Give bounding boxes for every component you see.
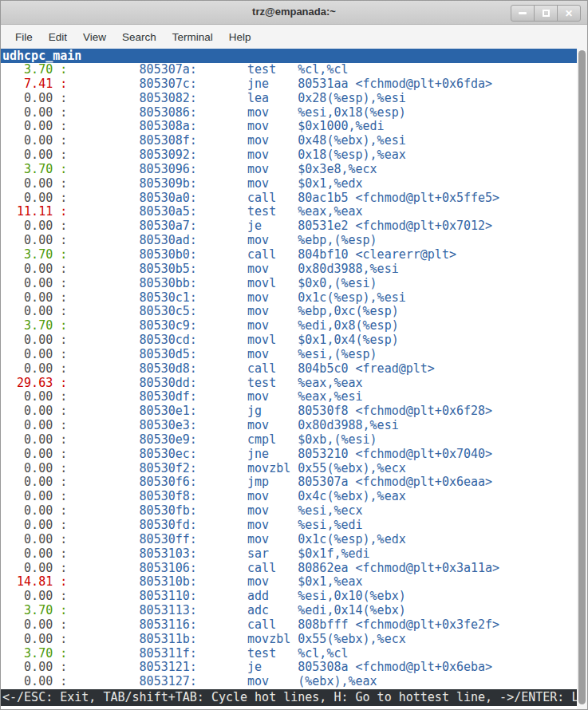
instruction-cell: 8053082: lea 0x28(%esp),%esi — [67, 91, 405, 105]
asm-row[interactable]: 0.00 : 80530d5: mov %esi,(%esp) — [2, 348, 577, 362]
asm-row[interactable]: 3.70 : 80530b0: call 804bf10 <clearerr@p… — [2, 248, 577, 262]
asm-row[interactable]: 0.00 : 80530d8: call 804b5c0 <fread@plt> — [2, 362, 577, 377]
instruction-cell: 80530cd: movl $0x1,0x4(%esp) — [67, 333, 398, 347]
asm-row[interactable]: 0.00 : 80530ff: mov 0x1c(%esp),%edx — [2, 533, 577, 547]
instruction-cell: 80530e3: mov 0x80d3988,%esi — [67, 418, 398, 432]
menu-view[interactable]: View — [75, 27, 114, 47]
asm-row[interactable]: 0.00 : 80530df: mov %eax,%esi — [2, 390, 577, 404]
asm-row[interactable]: 0.00 : 8053103: sar $0x1f,%edi — [2, 547, 577, 562]
percent-cell: 11.11 : — [2, 204, 67, 219]
percent-cell: 14.81 : — [2, 574, 67, 589]
asm-row[interactable]: 3.70 : 805311f: test %cl,%cl — [2, 647, 577, 661]
asm-row[interactable]: 0.00 : 80530bb: movl $0x0,(%esi) — [2, 277, 577, 291]
instruction-cell: 8053092: mov 0x18(%esp),%eax — [67, 148, 405, 162]
instruction-cell: 80530a0: call 80ac1b5 <fchmod@plt+0x5ffe… — [67, 191, 499, 205]
instruction-cell: 8053103: sar $0x1f,%edi — [67, 546, 369, 561]
asm-row[interactable]: 0.00 : 8053121: je 805308a <fchmod@plt+0… — [2, 661, 577, 675]
asm-row[interactable]: 0.00 : 80530cd: movl $0x1,0x4(%esp) — [2, 333, 577, 348]
percent-cell: 0.00 : — [2, 290, 67, 305]
asm-row[interactable]: 0.00 : 805308a: mov $0x1000,%edi — [2, 120, 577, 134]
percent-cell: 0.00 : — [2, 176, 67, 191]
asm-row[interactable]: 0.00 : 805309b: mov $0x1,%edx — [2, 177, 577, 191]
asm-row[interactable]: 0.00 : 80530a0: call 80ac1b5 <fchmod@plt… — [2, 191, 577, 206]
menu-file[interactable]: File — [7, 27, 41, 47]
asm-row[interactable]: 0.00 : 80530a7: je 80531e2 <fchmod@plt+0… — [2, 219, 577, 234]
menu-terminal[interactable]: Terminal — [164, 27, 221, 47]
percent-cell: 0.00 : — [2, 389, 67, 404]
asm-row[interactable]: 0.00 : 8053110: add %esi,0x10(%ebx) — [2, 590, 577, 604]
window-controls: ✕ — [511, 5, 581, 22]
instruction-cell: 80530ec: jne 8053210 <fchmod@plt+0x7040> — [67, 447, 492, 461]
percent-cell: 0.00 : — [2, 119, 67, 133]
asm-row[interactable]: 0.00 : 80530f6: jmp 805307a <fchmod@plt+… — [2, 475, 577, 490]
instruction-cell: 80530c9: mov %edi,0x8(%esp) — [67, 318, 398, 333]
instruction-cell: 80530f6: jmp 805307a <fchmod@plt+0x6eaa> — [67, 475, 492, 489]
menu-edit[interactable]: Edit — [41, 27, 75, 47]
asm-row[interactable]: 0.00 : 80530e1: jg 80530f8 <fchmod@plt+0… — [2, 404, 577, 419]
asm-row[interactable]: 3.70 : 8053096: mov $0x3e8,%ecx — [2, 163, 577, 177]
percent-cell: 0.00 : — [2, 105, 67, 120]
instruction-cell: 805307c: jne 80531aa <fchmod@plt+0x6fda> — [67, 77, 492, 91]
instruction-cell: 80530d5: mov %esi,(%esp) — [67, 347, 377, 361]
instruction-cell: 8053113: adc %edi,0x14(%ebx) — [67, 603, 405, 617]
asm-row[interactable]: 0.00 : 80530c1: mov 0x1c(%esp),%esi — [2, 291, 577, 306]
scrollbar-thumb[interactable] — [578, 50, 586, 704]
annotate-header[interactable]: udhcpc_main — [1, 49, 577, 63]
asm-row[interactable]: 0.00 : 80530f8: mov 0x4c(%ebx),%eax — [2, 490, 577, 504]
asm-row[interactable]: 0.00 : 8053127: mov (%ebx),%eax — [2, 675, 577, 689]
asm-row[interactable]: 3.70 : 8053113: adc %edi,0x14(%ebx) — [2, 604, 577, 618]
instruction-cell: 8053116: call 808bfff <fchmod@plt+0x3fe2… — [67, 617, 499, 632]
asm-row[interactable]: 0.00 : 80530b5: mov 0x80d3988,%esi — [2, 262, 577, 277]
asm-row[interactable]: 3.70 : 805307a: test %cl,%cl — [2, 63, 577, 77]
terminal-screen[interactable]: udhcpc_main 3.70 : 805307a: test %cl,%cl… — [1, 49, 587, 709]
percent-cell: 0.00 : — [2, 219, 67, 233]
minimize-button[interactable] — [511, 5, 535, 22]
maximize-button[interactable] — [534, 5, 558, 22]
asm-row[interactable]: 0.00 : 80530e3: mov 0x80d3988,%esi — [2, 419, 577, 433]
asm-row[interactable]: 0.00 : 8053082: lea 0x28(%esp),%esi — [2, 92, 577, 106]
asm-row[interactable]: 0.00 : 80530e9: cmpl $0xb,(%esi) — [2, 433, 577, 448]
asm-row[interactable]: 0.00 : 805311b: movzbl 0x55(%ebx),%ecx — [2, 633, 577, 647]
percent-cell: 0.00 : — [2, 333, 67, 347]
asm-row[interactable]: 0.00 : 80530fd: mov %esi,%edi — [2, 519, 577, 533]
percent-cell: 0.00 : — [2, 347, 67, 361]
instruction-cell: 80530b5: mov 0x80d3988,%esi — [67, 262, 398, 276]
menu-search[interactable]: Search — [114, 27, 164, 47]
minimize-icon — [519, 12, 527, 14]
percent-cell: 0.00 : — [2, 304, 67, 318]
asm-row[interactable]: 0.00 : 8053086: mov %esi,0x18(%esp) — [2, 106, 577, 120]
percent-cell: 3.70 : — [2, 63, 67, 77]
asm-row[interactable]: 0.00 : 805308f: mov 0x48(%ebx),%esi — [2, 134, 577, 148]
asm-row[interactable]: 14.81 : 805310b: mov $0x1,%eax — [2, 575, 577, 590]
asm-row[interactable]: 7.41 : 805307c: jne 80531aa <fchmod@plt+… — [2, 77, 577, 92]
instruction-cell: 80530e9: cmpl $0xb,(%esi) — [67, 432, 377, 447]
asm-row[interactable]: 29.63 : 80530dd: test %eax,%eax — [2, 377, 577, 391]
menu-help[interactable]: Help — [221, 27, 259, 47]
close-button[interactable]: ✕ — [557, 5, 581, 22]
percent-cell: 0.00 : — [2, 432, 67, 447]
asm-row[interactable]: 0.00 : 8053092: mov 0x18(%esp),%eax — [2, 148, 577, 163]
asm-row[interactable]: 0.00 : 80530ad: mov %ebp,(%esp) — [2, 234, 577, 248]
asm-row[interactable]: 0.00 : 8053116: call 808bfff <fchmod@plt… — [2, 618, 577, 633]
instruction-cell: 8053121: je 805308a <fchmod@plt+0x6eba> — [67, 660, 492, 674]
instruction-cell: 805307a: test %cl,%cl — [67, 63, 348, 77]
scrollbar[interactable] — [577, 49, 587, 709]
percent-cell: 3.70 : — [2, 247, 67, 262]
instruction-cell: 8053106: call 80862ea <fchmod@plt+0x3a11… — [67, 561, 499, 575]
percent-cell: 3.70 : — [2, 318, 67, 333]
percent-cell: 0.00 : — [2, 518, 67, 532]
asm-row[interactable]: 0.00 : 80530f2: movzbl 0x55(%ebx),%ecx — [2, 462, 577, 476]
asm-row[interactable]: 3.70 : 80530c9: mov %edi,0x8(%esp) — [2, 319, 577, 333]
percent-cell: 0.00 : — [2, 276, 67, 290]
asm-row[interactable]: 0.00 : 80530fb: mov %esi,%ecx — [2, 504, 577, 519]
instruction-cell: 80530f2: movzbl 0x55(%ebx),%ecx — [67, 461, 405, 475]
asm-row[interactable]: 11.11 : 80530a5: test %eax,%eax — [2, 205, 577, 219]
asm-row[interactable]: 0.00 : 80530c5: mov %ebp,0xc(%esp) — [2, 305, 577, 319]
asm-row[interactable]: 0.00 : 80530ec: jne 8053210 <fchmod@plt+… — [2, 448, 577, 462]
instruction-cell: 805310b: mov $0x1,%eax — [67, 574, 362, 589]
percent-cell: 0.00 : — [2, 262, 67, 276]
titlebar[interactable]: trz@empanada:~ ✕ — [1, 1, 587, 25]
instruction-cell: 8053127: mov (%ebx),%eax — [67, 674, 377, 688]
asm-row[interactable]: 0.00 : 8053106: call 80862ea <fchmod@plt… — [2, 562, 577, 576]
percent-cell: 0.00 : — [2, 561, 67, 575]
